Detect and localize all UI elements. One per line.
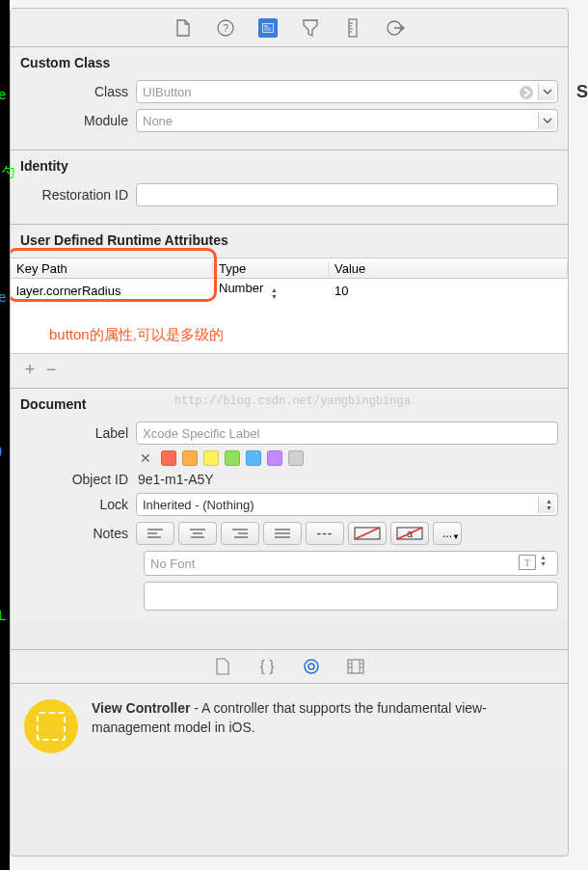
- identity-icon[interactable]: [258, 18, 278, 38]
- col-value[interactable]: Value: [329, 261, 568, 276]
- code-snippet-icon[interactable]: { }: [257, 657, 277, 676]
- align-justify-button[interactable]: [263, 522, 302, 545]
- restoration-input[interactable]: [136, 183, 558, 206]
- col-type[interactable]: Type: [213, 261, 329, 276]
- attributes-icon[interactable]: [301, 18, 320, 38]
- edge-char: e: [0, 289, 6, 305]
- label-label: Label: [20, 425, 136, 441]
- quick-help-text: View Controller - A controller that supp…: [92, 699, 554, 753]
- connections-icon[interactable]: [386, 18, 405, 38]
- svg-line-26: [355, 528, 380, 539]
- cell-type[interactable]: Number ▲▼: [213, 279, 329, 302]
- swatch-red[interactable]: [161, 450, 176, 466]
- edge-char: ): [0, 444, 4, 459]
- section-title: Custom Class: [20, 55, 558, 70]
- cell-keypath[interactable]: layer.cornerRadius: [11, 282, 213, 300]
- lock-value: Inherited - (Nothing): [143, 498, 254, 512]
- cell-value[interactable]: 10: [329, 282, 568, 300]
- svg-point-31: [305, 660, 318, 673]
- module-value: None: [143, 114, 173, 128]
- media-library-icon[interactable]: [346, 657, 365, 676]
- remove-button[interactable]: −: [41, 360, 61, 380]
- font-placeholder: No Font: [150, 557, 195, 571]
- notes-textarea[interactable]: [144, 582, 558, 611]
- library-tabs: { }: [11, 649, 568, 684]
- nav-arrow-icon[interactable]: [519, 85, 534, 100]
- custom-class-section: Custom Class Class UIButton Module None: [11, 47, 568, 150]
- more-button[interactable]: ...▼: [433, 522, 462, 545]
- svg-text:{ }: { }: [259, 658, 275, 674]
- strike-empty-button[interactable]: [348, 522, 387, 545]
- class-label: Class: [20, 84, 136, 99]
- module-input[interactable]: None: [136, 109, 558, 132]
- edge-right-char: S: [576, 82, 588, 102]
- lock-label: Lock: [20, 497, 136, 512]
- table-row[interactable]: layer.cornerRadius Number ▲▼ 10: [11, 279, 568, 302]
- objectid-value: 9e1-m1-A5Y: [136, 472, 214, 487]
- svg-point-32: [308, 664, 314, 669]
- chevron-down-icon[interactable]: [538, 83, 555, 100]
- size-icon[interactable]: [343, 18, 362, 38]
- file-icon[interactable]: [174, 18, 193, 38]
- align-right-button[interactable]: [221, 522, 259, 545]
- add-button[interactable]: +: [20, 360, 40, 380]
- clear-label-icon[interactable]: ✕: [140, 450, 151, 466]
- inspector-tabs: ?: [11, 9, 568, 47]
- separator-button[interactable]: ---: [306, 522, 344, 545]
- quick-help-title: View Controller: [92, 700, 190, 716]
- edge-char: 勺: [2, 164, 15, 181]
- class-input[interactable]: UIButton: [136, 80, 558, 103]
- swatch-gray[interactable]: [288, 450, 304, 466]
- swatch-purple[interactable]: [267, 450, 282, 466]
- col-keypath[interactable]: Key Path: [11, 261, 213, 276]
- strike-a-button[interactable]: a: [390, 522, 429, 545]
- label-input[interactable]: Xcode Specific Label: [136, 421, 558, 445]
- align-center-button[interactable]: [178, 522, 217, 545]
- notes-toolbar: --- a ...▼: [136, 522, 462, 545]
- chevron-down-icon[interactable]: [538, 112, 555, 129]
- objectid-label: Object ID: [20, 472, 136, 487]
- font-stepper[interactable]: ▲▼: [540, 554, 555, 573]
- object-library-icon[interactable]: [302, 657, 321, 676]
- notes-label: Notes: [20, 526, 136, 541]
- swatch-blue[interactable]: [246, 450, 261, 466]
- swatch-yellow[interactable]: [203, 450, 219, 466]
- class-value: UIButton: [143, 85, 192, 99]
- swatch-orange[interactable]: [182, 450, 198, 466]
- section-title: User Defined Runtime Attributes: [20, 232, 558, 248]
- svg-point-12: [520, 86, 533, 99]
- section-title: Identity: [20, 158, 558, 174]
- file-template-icon[interactable]: [213, 657, 232, 676]
- align-left-button[interactable]: [136, 522, 174, 545]
- view-controller-icon: [24, 699, 78, 753]
- svg-rect-6: [349, 19, 357, 37]
- edge-char: e: [0, 87, 6, 102]
- lock-select[interactable]: Inherited - (Nothing) ▲▼: [136, 493, 558, 516]
- svg-text:?: ?: [223, 22, 228, 34]
- quick-help: View Controller - A controller that supp…: [11, 684, 568, 769]
- runtime-attrs-section: User Defined Runtime Attributes Key Path…: [11, 225, 568, 389]
- swatch-green[interactable]: [225, 450, 240, 466]
- svg-rect-33: [348, 660, 363, 673]
- font-picker-icon[interactable]: T: [519, 555, 536, 570]
- stepper-icon[interactable]: ▲▼: [271, 286, 278, 300]
- watermark: http://blog.csdn.net/yangbingbinga: [174, 394, 411, 408]
- table-header: Key Path Type Value: [11, 258, 568, 279]
- module-label: Module: [20, 113, 136, 128]
- identity-section: Identity Restoration ID: [11, 150, 568, 225]
- color-swatches: ✕: [136, 450, 304, 466]
- help-icon[interactable]: ?: [216, 18, 235, 38]
- font-input[interactable]: No Font T ▲▼: [144, 551, 558, 576]
- annotation-text: button的属性,可以是多级的: [49, 326, 224, 344]
- stepper-icon[interactable]: ▲▼: [538, 496, 555, 513]
- restoration-label: Restoration ID: [20, 187, 136, 203]
- edge-char: L: [0, 608, 6, 623]
- document-section: Document http://blog.csdn.net/yangbingbi…: [11, 389, 568, 622]
- inspector-panel: ? Custom Class Class UIButton: [10, 8, 569, 856]
- label-placeholder: Xcode Specific Label: [143, 426, 259, 441]
